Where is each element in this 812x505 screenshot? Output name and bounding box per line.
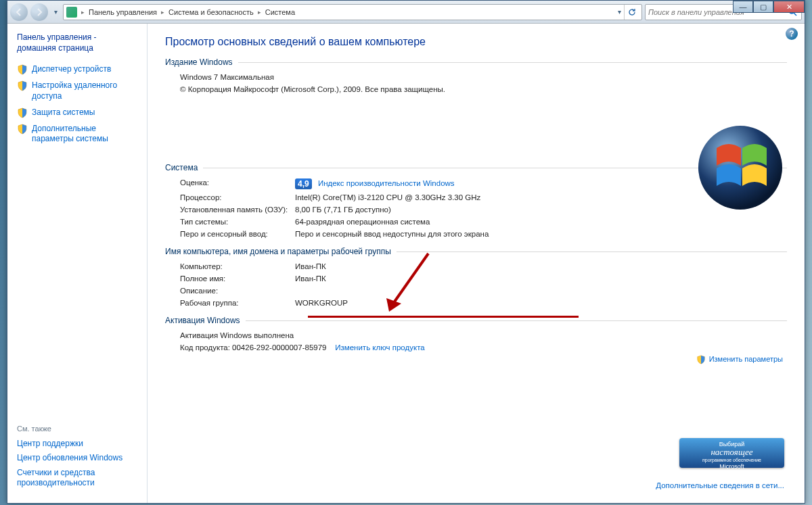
see-also-link[interactable]: Центр обновления Windows — [17, 451, 137, 466]
sidebar-panel: Панель управления - домашняя страница Ди… — [7, 24, 148, 503]
rating-badge: 4,9 — [295, 178, 312, 189]
change-settings-link[interactable]: Изменить параметры — [696, 355, 783, 364]
refresh-button[interactable] — [624, 5, 639, 20]
product-key-label: Код продукта: 00426-292-0000007-85979 — [180, 343, 326, 352]
chevron-right-icon[interactable]: ▸ — [160, 9, 166, 16]
maximize-button[interactable]: ▢ — [753, 1, 773, 13]
workgroup-value: WORKGROUP — [295, 299, 787, 307]
pen-touch-label: Перо и сенсорный ввод: — [180, 230, 295, 238]
genuine-line: Microsoft — [682, 463, 782, 470]
full-name-label: Полное имя: — [180, 274, 295, 283]
rating-label: Оценка: — [180, 178, 295, 187]
shield-icon — [696, 355, 706, 364]
change-product-key-link[interactable]: Изменить ключ продукта — [335, 343, 424, 352]
system-group: Система Оценка: 4,9 Индекс производитель… — [165, 163, 787, 240]
breadcrumb-item[interactable]: Система — [263, 8, 298, 16]
shield-icon — [17, 80, 28, 91]
control-panel-icon — [66, 7, 77, 18]
change-settings-label: Изменить параметры — [709, 355, 783, 363]
computer-name-value: Иван-ПК — [295, 262, 787, 270]
page-title: Просмотр основных сведений о вашем компь… — [165, 36, 787, 48]
system-type-value: 64-разрядная операционная система — [295, 218, 787, 226]
sidebar-link-system-protection[interactable]: Защита системы — [12, 105, 143, 121]
sidebar-link-label: Диспетчер устройств — [32, 64, 111, 75]
description-label: Описание: — [180, 287, 295, 295]
full-name-value: Иван-ПК — [295, 274, 787, 283]
sidebar-link-device-manager[interactable]: Диспетчер устройств — [12, 62, 143, 78]
chevron-right-icon[interactable]: ▸ — [80, 9, 86, 16]
genuine-microsoft-badge[interactable]: Выбирай настоящее программное обеспечени… — [679, 438, 784, 468]
activation-group: Активация Windows Активация Windows выпо… — [165, 316, 787, 354]
activation-status: Активация Windows выполнена — [180, 329, 787, 341]
address-dropdown-icon[interactable]: ▾ — [614, 8, 624, 16]
group-legend: Система — [165, 163, 203, 172]
forward-button[interactable] — [30, 3, 48, 21]
back-button[interactable] — [10, 3, 28, 21]
workgroup-label: Рабочая группа: — [180, 299, 295, 307]
breadcrumb-item[interactable]: Система и безопасность — [166, 8, 256, 16]
sidebar-link-label: Дополнительные параметры системы — [32, 124, 137, 145]
see-also-link[interactable]: Счетчики и средства производительности — [17, 466, 137, 491]
window-controls: — ▢ ✕ — [733, 1, 805, 13]
genuine-line: настоящее — [682, 448, 782, 458]
history-dropdown-icon[interactable]: ▾ — [51, 8, 60, 16]
shield-icon — [17, 64, 28, 75]
shield-icon — [17, 107, 28, 118]
processor-label: Процессор: — [180, 193, 295, 201]
address-bar[interactable]: ▸ Панель управления ▸ Система и безопасн… — [63, 4, 642, 20]
genuine-line: программное обеспечение — [682, 458, 782, 463]
pen-touch-value: Перо и сенсорный ввод недоступны для это… — [295, 230, 787, 238]
svg-point-2 — [698, 126, 782, 210]
computer-name-label: Компьютер: — [180, 262, 295, 270]
see-also-label: См. также — [17, 425, 137, 433]
navigation-bar: ▾ ▸ Панель управления ▸ Система и безопа… — [7, 1, 805, 24]
help-icon[interactable]: ? — [786, 28, 798, 40]
copyright-text: © Корпорация Майкрософт (Microsoft Corp.… — [180, 83, 787, 95]
group-legend: Активация Windows — [165, 316, 246, 325]
ram-label: Установленная память (ОЗУ): — [180, 206, 295, 214]
windows-edition-group: Издание Windows Windows 7 Максимальная ©… — [165, 57, 787, 95]
group-legend: Издание Windows — [165, 57, 238, 67]
sidebar-link-advanced-settings[interactable]: Дополнительные параметры системы — [12, 121, 143, 147]
shield-icon — [17, 124, 28, 135]
computer-name-group: Имя компьютера, имя домена и параметры р… — [165, 247, 787, 309]
svg-line-1 — [794, 13, 796, 16]
performance-index-link[interactable]: Индекс производительности Windows — [318, 179, 455, 187]
close-button[interactable]: ✕ — [773, 1, 805, 13]
control-panel-home-link[interactable]: Панель управления - домашняя страница — [17, 32, 137, 53]
windows-logo-icon — [696, 124, 784, 212]
windows-edition-value: Windows 7 Максимальная — [180, 71, 787, 83]
more-info-online-link[interactable]: Дополнительные сведения в сети... — [656, 481, 784, 489]
main-panel: ? Просмотр основных сведений о вашем ком… — [148, 24, 805, 503]
sidebar-link-label: Защита системы — [32, 107, 95, 118]
sidebar-link-remote-settings[interactable]: Настройка удаленного доступа — [12, 78, 143, 104]
minimize-button[interactable]: — — [733, 1, 753, 13]
system-type-label: Тип системы: — [180, 218, 295, 226]
sidebar-link-label: Настройка удаленного доступа — [32, 80, 137, 101]
chevron-right-icon[interactable]: ▸ — [256, 9, 263, 16]
see-also-link[interactable]: Центр поддержки — [17, 437, 137, 452]
breadcrumb-item[interactable]: Панель управления — [86, 8, 160, 16]
group-legend: Имя компьютера, имя домена и параметры р… — [165, 247, 397, 256]
system-properties-window: — ▢ ✕ ▾ ▸ Панель управления ▸ Система и … — [7, 0, 805, 504]
